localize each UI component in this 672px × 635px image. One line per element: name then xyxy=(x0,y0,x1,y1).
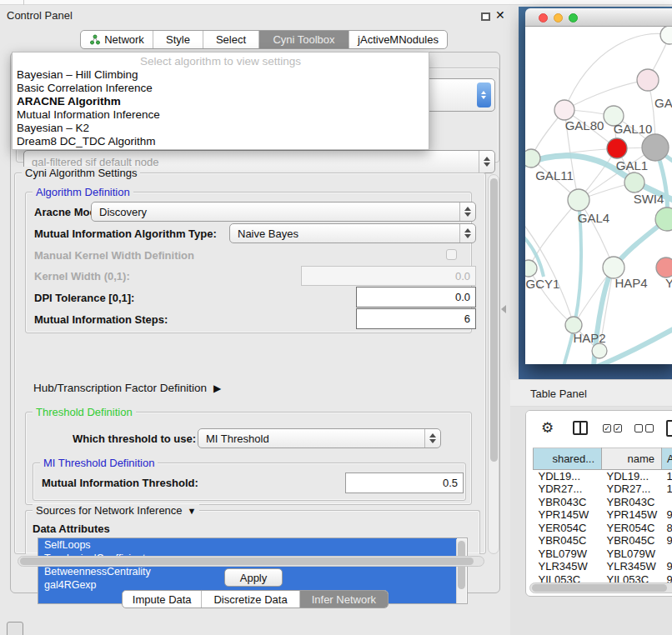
dropdown-item[interactable]: Basic Correlation Inference xyxy=(13,82,429,95)
column-header-third[interactable]: A xyxy=(662,448,672,470)
table-row[interactable]: YBR043CYBR043C xyxy=(534,496,672,509)
mi-threshold-input[interactable] xyxy=(345,472,464,493)
dropdown-item[interactable]: Dream8 DC_TDC Algorithm xyxy=(13,135,429,148)
tab-discretize-data[interactable]: Discretize Data xyxy=(202,591,299,608)
settings-vertical-scrollbar[interactable] xyxy=(488,174,499,554)
network-canvas[interactable]: GAL GAL80 GAL10 GAL1 GAL11 SWI4 GAL4 GCY… xyxy=(525,27,672,364)
network-window: GAL GAL80 GAL10 GAL1 GAL11 SWI4 GAL4 GCY… xyxy=(525,8,672,364)
gear-icon[interactable]: ⚙ xyxy=(541,419,554,436)
tab-network[interactable]: Network xyxy=(81,31,153,48)
table-row[interactable]: YDL19...YDL19...13 xyxy=(534,470,672,483)
mi-type-combo[interactable]: Naive Bayes xyxy=(229,223,476,243)
column-header-shared[interactable]: shared... xyxy=(534,448,602,470)
manual-kernel-checkbox[interactable] xyxy=(446,249,457,260)
split-columns-icon[interactable] xyxy=(573,421,588,435)
tab-label: Discretize Data xyxy=(213,593,287,606)
table-row[interactable]: YPR145WYPR145W9. xyxy=(534,508,672,522)
tab-label: Impute Data xyxy=(133,593,192,606)
tab-label: Infer Network xyxy=(312,593,376,606)
sources-title-row[interactable]: Sources for Network Inference ▼ xyxy=(33,504,199,517)
table-row[interactable]: YBL079WYBL079W xyxy=(534,548,672,561)
network-graph: GAL GAL80 GAL10 GAL1 GAL11 SWI4 GAL4 GCY… xyxy=(525,27,672,364)
which-threshold-label: Which threshold to use: xyxy=(73,432,196,445)
dropdown-placeholder: Select algorithm to view settings xyxy=(13,52,429,68)
table-toolbar: ⚙ ✓✓ xyxy=(526,411,672,448)
node xyxy=(660,27,672,44)
top-tab-bar: Network Style Select Cyni Toolbox jActiv… xyxy=(80,30,448,49)
mi-steps-input[interactable] xyxy=(356,308,476,329)
apply-button[interactable]: Apply xyxy=(224,568,283,587)
tab-label: Style xyxy=(166,33,190,46)
table-row[interactable]: YBR045CYBR045C9. xyxy=(534,534,672,548)
select-all-checks-icon[interactable]: ✓✓ xyxy=(603,424,622,432)
dock-grip-button[interactable] xyxy=(7,622,23,635)
list-vertical-scrollbar[interactable] xyxy=(456,539,466,604)
node-label: HAP2 xyxy=(573,331,605,345)
mi-threshold-label: Mutual Information Threshold: xyxy=(42,477,198,489)
node-label: GAL10 xyxy=(614,122,653,136)
list-item[interactable]: SelfLoops xyxy=(38,538,457,552)
float-window-icon[interactable] xyxy=(481,12,490,21)
node-label: HAP4 xyxy=(614,276,647,290)
dpi-tolerance-label: DPI Tolerance [0,1]: xyxy=(34,292,134,304)
bottom-tab-bar: Impute Data Discretize Data Infer Networ… xyxy=(122,590,389,608)
collapsed-arrow-icon: ▶ xyxy=(213,382,221,394)
tab-infer-network[interactable]: Infer Network xyxy=(300,591,388,608)
close-traffic-light[interactable] xyxy=(539,13,548,22)
cyni-algorithm-settings-group: Cyni Algorithm Settings Algorithm Defini… xyxy=(14,172,486,554)
aracne-mode-value: Discovery xyxy=(92,206,459,218)
node-salmon xyxy=(656,258,672,278)
node-label: GAL4 xyxy=(578,211,609,225)
data-attributes-label: Data Attributes xyxy=(33,522,110,535)
apply-label: Apply xyxy=(240,572,268,584)
node-gcy1 xyxy=(525,260,537,277)
group-title: Cyni Algorithm Settings xyxy=(22,167,140,179)
dpi-tolerance-input[interactable] xyxy=(356,287,476,308)
kernel-width-input[interactable] xyxy=(301,266,476,286)
group-title: Threshold Definition xyxy=(33,406,136,418)
settings-horizontal-scrollbar[interactable] xyxy=(18,556,484,567)
mi-steps-label: Mutual Information Steps: xyxy=(34,313,168,326)
dropdown-item[interactable]: Bayesian – Hill Climbing xyxy=(13,68,429,82)
close-icon[interactable]: ✕ xyxy=(495,8,505,22)
screen: Control Panel ✕ Network Style Select Cyn xyxy=(0,0,672,635)
network-window-titlebar[interactable] xyxy=(525,8,672,27)
table-panel-title: Table Panel xyxy=(530,388,587,400)
mi-type-value: Naive Bayes xyxy=(230,228,459,240)
minimize-traffic-light[interactable] xyxy=(554,13,563,22)
tab-style[interactable]: Style xyxy=(153,31,203,48)
aracne-mode-combo[interactable]: Discovery xyxy=(91,202,476,222)
which-threshold-combo[interactable]: MI Threshold xyxy=(198,428,441,448)
node-gal4 xyxy=(568,189,589,211)
column-header-name[interactable]: name xyxy=(602,448,662,470)
new-table-icon[interactable] xyxy=(666,420,672,437)
table-row[interactable]: YDR27...YDR27...12 xyxy=(534,482,672,496)
combo-spinner-focused[interactable] xyxy=(477,82,491,108)
algorithm-dropdown-list: Select algorithm to view settings Bayesi… xyxy=(12,52,429,150)
table-row[interactable]: YLR345WYLR345W9. xyxy=(534,560,672,573)
network-icon xyxy=(89,34,100,45)
hub-tf-definition-toggle[interactable]: Hub/Transcription Factor Definition ▶ xyxy=(33,382,221,394)
table-horizontal-scrollbar[interactable] xyxy=(529,582,672,593)
node-label: GAL80 xyxy=(565,118,604,132)
mi-threshold-definition-group: MI Threshold Definition Mutual Informati… xyxy=(33,462,466,501)
splitter-handle[interactable] xyxy=(501,305,506,313)
deselect-all-checks-icon[interactable] xyxy=(634,424,654,432)
node-label: Y xyxy=(665,276,672,290)
zoom-traffic-light[interactable] xyxy=(569,13,578,22)
sources-group: Sources for Network Inference ▼ Data Att… xyxy=(25,510,480,554)
dropdown-item[interactable]: Bayesian – K2 xyxy=(13,122,429,135)
tab-label: Network xyxy=(104,33,144,46)
tab-jactivemnodules[interactable]: jActiveMNodules xyxy=(349,31,447,48)
tab-impute-data[interactable]: Impute Data xyxy=(123,591,202,608)
dropdown-item-highlighted[interactable]: ARACNE Algorithm xyxy=(13,95,429,108)
hub-tf-label: Hub/Transcription Factor Definition xyxy=(33,382,207,394)
dropdown-item[interactable]: Mutual Information Inference xyxy=(13,108,429,122)
which-threshold-value: MI Threshold xyxy=(198,432,424,445)
table-header-row: shared... name A xyxy=(534,448,672,470)
tab-select[interactable]: Select xyxy=(203,31,259,48)
tab-label: Select xyxy=(216,33,246,46)
node-label: GAL xyxy=(654,96,672,110)
table-row[interactable]: YER054CYER054C8. xyxy=(534,522,672,535)
tab-cyni-toolbox[interactable]: Cyni Toolbox xyxy=(259,31,349,48)
